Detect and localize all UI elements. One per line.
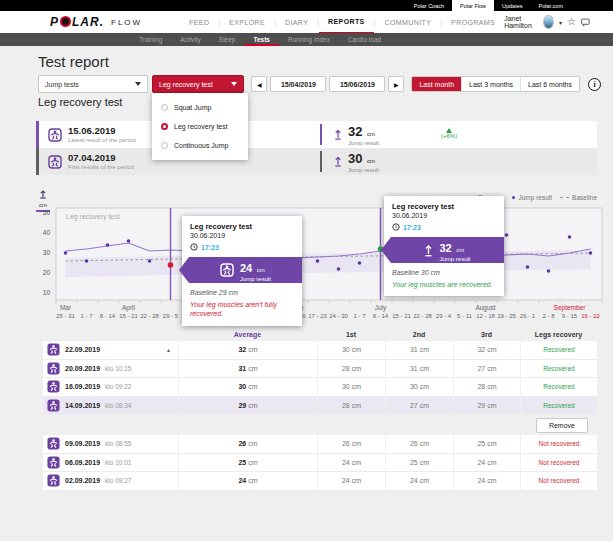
- test-category-dropdown[interactable]: Jump tests: [38, 75, 148, 93]
- radio-icon: [161, 123, 168, 130]
- result-cell-1: 28 cm: [317, 397, 385, 415]
- chevron-down-icon[interactable]: ▾: [559, 19, 562, 26]
- subnav-item-tests[interactable]: Tests: [244, 33, 279, 46]
- nav-item-community[interactable]: COMMUNITY: [376, 11, 441, 33]
- result-cell-2: 31 cm: [385, 360, 453, 378]
- table-row[interactable]: 14.09.2019klo 08:3429 cm28 cm27 cm29 cmR…: [43, 397, 597, 416]
- remove-button[interactable]: Remove: [536, 418, 588, 433]
- recovery-status: Not recovered: [520, 435, 597, 453]
- chart-tooltip: Leg recovery test30.06.201917:2324 cmJum…: [182, 216, 302, 326]
- svg-text:12 - 18: 12 - 18: [476, 313, 495, 319]
- table-row[interactable]: 02.09.2019klo 09:2724 cm24 cm24 cm24 cmN…: [43, 472, 597, 491]
- date-to-field[interactable]: 15/06/2019: [329, 76, 385, 92]
- topbar-link-polar-flow[interactable]: Polar Flow: [452, 0, 494, 11]
- nav-item-feed[interactable]: FEED: [180, 11, 218, 33]
- subnav-item-running-index[interactable]: Running Index: [279, 33, 339, 46]
- summary-value: 30 cm: [348, 150, 379, 166]
- summary-card-row[interactable]: 15.06.2019Latest result of the period32 …: [36, 121, 597, 148]
- result-cell-3: 24 cm: [453, 472, 520, 490]
- clock-icon: [190, 243, 198, 251]
- svg-text:29 - 4: 29 - 4: [436, 313, 452, 319]
- jump-height-arrow-icon: [334, 156, 342, 167]
- result-cell-1: 30 cm: [317, 341, 385, 359]
- summary-card-row[interactable]: 07.04.2019First results of the period30 …: [36, 148, 597, 175]
- table-row[interactable]: 20.09.2019klo 10:1531 cm28 cm31 cm27 cmR…: [43, 360, 597, 379]
- test-date: 14.09.2019: [65, 402, 100, 409]
- sort-ascending-icon[interactable]: ▲: [166, 347, 171, 353]
- test-time: klo 10:15: [105, 365, 131, 372]
- table-row[interactable]: 06.09.2019klo 10:0125 cm24 cm25 cm24 cmN…: [43, 454, 597, 473]
- tooltip-date: 30.06.2019: [190, 232, 294, 239]
- test-date-cell: 16.09.2019klo 09:22: [43, 378, 178, 396]
- jump-test-icon: [47, 380, 60, 393]
- table-row[interactable]: 16.09.2019klo 09:2230 cm30 cm30 cm28 cmR…: [43, 378, 597, 397]
- reports-subnav: TrainingActivitySleepTestsRunning IndexC…: [0, 33, 613, 46]
- column-header-average[interactable]: Average: [178, 331, 317, 338]
- polar-logo[interactable]: PLAR. FLOW: [50, 15, 142, 29]
- table-row[interactable]: 09.09.2019klo 08:5526 cm26 cm26 cm25 cmN…: [43, 435, 597, 454]
- topbar-link-polar-coach[interactable]: Polar Coach: [406, 0, 452, 11]
- topbar-link-updates[interactable]: Updates: [494, 0, 531, 11]
- feedback-chat-icon[interactable]: [581, 17, 590, 28]
- info-icon[interactable]: i: [588, 78, 601, 91]
- jump-test-icon: [47, 362, 60, 375]
- column-header-2nd[interactable]: 2nd: [385, 331, 453, 338]
- recovery-status: Recovered: [520, 360, 597, 378]
- test-date-cell: 02.09.2019klo 09:27: [43, 472, 178, 490]
- svg-text:August: August: [475, 304, 495, 312]
- test-date: 02.09.2019: [65, 477, 100, 484]
- summary-caption: First results of the period: [68, 164, 134, 170]
- average-cell: 25 cm: [178, 454, 317, 472]
- nav-item-programs[interactable]: PROGRAMS: [442, 11, 504, 33]
- test-type-dropdown[interactable]: Leg recovery test: [152, 75, 244, 93]
- range-button-last-3-months[interactable]: Last 3 months: [461, 77, 520, 91]
- user-menu[interactable]: Janet Hamilton ▾ ☆: [504, 15, 590, 29]
- dropdown-option-label: Leg recovery test: [174, 123, 228, 130]
- chevron-down-icon: [231, 82, 237, 86]
- column-header-3rd[interactable]: 3rd: [453, 331, 520, 338]
- svg-text:25 - 31: 25 - 31: [56, 313, 75, 319]
- jump-test-icon: [47, 474, 60, 487]
- range-button-last-month[interactable]: Last month: [412, 77, 461, 91]
- svg-text:5 - 11: 5 - 11: [457, 313, 473, 319]
- section-title: Leg recovery test: [38, 96, 122, 108]
- nav-item-reports[interactable]: REPORTS: [319, 10, 374, 34]
- column-header-legs-recovery[interactable]: Legs recovery: [520, 331, 597, 338]
- nav-item-explore[interactable]: EXPLORE: [220, 11, 274, 33]
- subnav-item-training[interactable]: Training: [130, 33, 171, 46]
- test-date: 20.09.2019: [65, 365, 100, 372]
- table-header-row: Average1st2nd3rdLegs recovery: [43, 328, 597, 341]
- favorites-star-icon[interactable]: ☆: [567, 17, 576, 27]
- result-cell-1: 24 cm: [317, 472, 385, 490]
- summary-card-value-section: 32 cmJump result(+6%): [322, 121, 597, 148]
- report-controls: Jump tests Leg recovery test ◀ 15/04/201…: [38, 75, 601, 93]
- avatar[interactable]: [543, 15, 554, 29]
- subnav-item-activity[interactable]: Activity: [171, 33, 210, 46]
- tooltip-value-label: Jump result: [439, 256, 470, 262]
- result-cell-3: 29 cm: [453, 397, 520, 415]
- result-cell-2: 31 cm: [385, 341, 453, 359]
- dropdown-option-leg-recovery-test[interactable]: Leg recovery test: [152, 117, 248, 136]
- table-row[interactable]: 22.09.2019▲32 cm30 cm31 cm32 cmRecovered: [43, 341, 597, 360]
- dropdown-option-squat-jump[interactable]: Squat Jump: [152, 98, 248, 117]
- average-cell: 30 cm: [178, 378, 317, 396]
- recovery-status: Not recovered: [520, 454, 597, 472]
- test-results-chart[interactable]: 1020304050Leg recovery testMarAprilMayJu…: [30, 185, 613, 325]
- tooltip-value-block: 24 cmJump result: [240, 259, 271, 282]
- date-from-field[interactable]: 15/04/2019: [270, 76, 326, 92]
- tooltip-time-value: 17:23: [201, 244, 219, 251]
- next-period-button[interactable]: ▶: [388, 76, 404, 92]
- subnav-item-cardio-load[interactable]: Cardio load: [339, 33, 390, 46]
- topbar-link-polar-com[interactable]: Polar.com: [531, 0, 571, 11]
- column-header-1st[interactable]: 1st: [317, 331, 385, 338]
- previous-period-button[interactable]: ◀: [251, 76, 267, 92]
- summary-value-label: Jump result: [348, 140, 379, 146]
- nav-item-diary[interactable]: DIARY: [276, 11, 317, 33]
- tooltip-time-value: 17:23: [403, 224, 421, 231]
- range-preset-group: Last monthLast 3 monthsLast 6 months: [411, 76, 580, 92]
- range-button-last-6-months[interactable]: Last 6 months: [520, 77, 579, 91]
- dropdown-option-continuous-jump[interactable]: Continuous Jump: [152, 136, 248, 155]
- subnav-item-sleep[interactable]: Sleep: [210, 33, 245, 46]
- top-links-bar: Polar CoachPolar FlowUpdatesPolar.com: [0, 0, 613, 11]
- tooltip-result-banner: 24 cmJump result: [179, 257, 302, 283]
